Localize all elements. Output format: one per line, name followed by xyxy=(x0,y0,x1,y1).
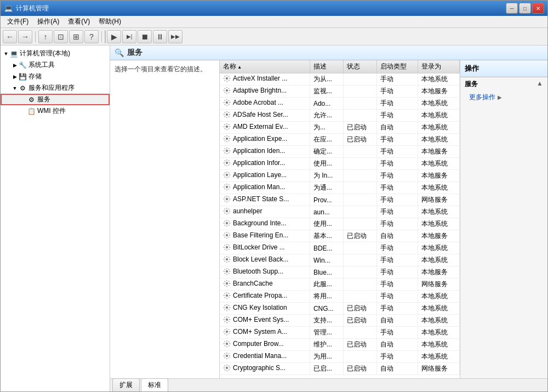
service-login: 本地系统 xyxy=(418,182,460,194)
service-status xyxy=(344,170,377,182)
menu-view[interactable]: 查看(V) xyxy=(64,16,94,27)
service-login: 本地系统 xyxy=(418,110,460,122)
service-desc: 此服... xyxy=(310,279,343,291)
table-row[interactable]: Credential Mana...为用...手动本地系统 xyxy=(220,351,460,363)
table-row[interactable]: COM+ System A...管理...手动本地系统 xyxy=(220,327,460,339)
table-row[interactable]: Application Expe...在应...已启动手动本地系统 xyxy=(220,134,460,146)
tree-label-services-apps: 服务和应用程序 xyxy=(28,83,75,93)
service-login: 网络服务 xyxy=(418,194,460,206)
col-desc[interactable]: 描述 xyxy=(310,60,343,73)
tree-item-wmi[interactable]: 📋 WMI 控件 xyxy=(1,105,110,117)
svg-point-9 xyxy=(226,186,228,188)
table-row[interactable]: ActiveX Installer ...为从...手动本地系统 xyxy=(220,73,460,86)
service-name: Block Level Back... xyxy=(220,254,310,266)
tree-item-services[interactable]: ⚙ 服务 xyxy=(1,94,110,105)
table-row[interactable]: BitLocker Drive ...BDE...手动本地系统 xyxy=(220,242,460,254)
table-row[interactable]: Application Infor...使用...手动本地系统 xyxy=(220,158,460,170)
table-row[interactable]: Cryptographic S...已启...已启动自动网络服务 xyxy=(220,363,460,375)
col-startup[interactable]: 启动类型 xyxy=(377,60,418,73)
close-button[interactable]: ✕ xyxy=(532,3,544,14)
actions-section-text: 服务 xyxy=(465,80,478,88)
table-row[interactable]: Application Man...为通...手动本地系统 xyxy=(220,182,460,194)
pause-button[interactable]: ⏸ xyxy=(153,30,167,43)
service-name: Computer Brow... xyxy=(220,339,310,351)
table-row[interactable]: Adaptive Brightn...监视...手动本地服务 xyxy=(220,86,460,98)
table-row[interactable]: Adobe Acrobat ...Ado...手动本地系统 xyxy=(220,98,460,110)
tree-item-storage[interactable]: ▶ 💾 存储 xyxy=(1,71,110,82)
service-desc: 为... xyxy=(310,122,343,134)
more-actions-item[interactable]: 更多操作 ▶ xyxy=(460,91,547,104)
table-row[interactable]: Computer Brow...维护...已启动自动本地系统 xyxy=(220,339,460,351)
services-table-container[interactable]: 名称 描述 状态 启动类型 登录为 ActiveX Installer ...为… xyxy=(220,60,460,378)
stop-button[interactable]: ⏹ xyxy=(138,30,152,43)
col-status[interactable]: 状态 xyxy=(344,60,377,73)
service-startup: 手动 xyxy=(377,242,418,254)
minimize-button[interactable]: ─ xyxy=(506,3,518,14)
service-desc: 支持... xyxy=(310,315,343,327)
service-login: 本地系统 xyxy=(418,122,460,134)
tree-arrow-system-tools: ▶ xyxy=(12,62,18,69)
service-status: 已启动 xyxy=(344,122,377,134)
table-row[interactable]: aunhelperaun...手动本地系统 xyxy=(220,206,460,218)
service-status: 已启动 xyxy=(344,230,377,242)
menu-help[interactable]: 帮助(H) xyxy=(94,16,125,27)
tree-label-system-tools: 系统工具 xyxy=(28,60,55,70)
services-header-icon: 🔍 xyxy=(115,48,124,57)
table-row[interactable]: AMD External Ev...为...已启动自动本地系统 xyxy=(220,122,460,134)
table-row[interactable]: Block Level Back...Win...手动本地系统 xyxy=(220,254,460,266)
tab-expand[interactable]: 扩展 xyxy=(112,378,140,391)
table-row[interactable]: Background Inte...使用...手动本地系统 xyxy=(220,218,460,230)
table-row[interactable]: Application Laye...为 In...手动本地服务 xyxy=(220,170,460,182)
table-row[interactable]: ASP.NET State S...Prov...手动网络服务 xyxy=(220,194,460,206)
svg-point-7 xyxy=(226,162,228,164)
service-login: 本地服务 xyxy=(418,230,460,242)
service-status xyxy=(344,327,377,339)
service-login: 本地服务 xyxy=(418,146,460,158)
maximize-button[interactable]: □ xyxy=(519,3,531,14)
toolbar-separator-2 xyxy=(101,31,102,42)
svg-point-15 xyxy=(226,258,228,260)
actions-title: 操作 xyxy=(460,60,547,77)
service-status xyxy=(344,218,377,230)
service-desc: 为通... xyxy=(310,182,343,194)
menu-file[interactable]: 文件(F) xyxy=(3,16,33,27)
tree-label-services: 服务 xyxy=(37,95,50,104)
forward-button[interactable]: → xyxy=(18,30,32,43)
services-icon: ⚙ xyxy=(27,95,36,104)
tab-standard[interactable]: 标准 xyxy=(141,378,168,391)
table-row[interactable]: Bluetooth Supp...Blue...手动本地服务 xyxy=(220,266,460,279)
service-login: 本地系统 xyxy=(418,303,460,315)
svg-point-17 xyxy=(226,282,228,285)
service-login: 本地系统 xyxy=(418,206,460,218)
table-row[interactable]: COM+ Event Sys...支持...已启动自动本地系统 xyxy=(220,315,460,327)
service-startup: 手动 xyxy=(377,303,418,315)
export-button[interactable]: ⊞ xyxy=(69,30,83,43)
step-button[interactable]: ▶| xyxy=(122,30,136,43)
help-button[interactable]: ? xyxy=(84,30,99,43)
table-row[interactable]: BranchCache此服...手动网络服务 xyxy=(220,279,460,291)
service-startup: 手动 xyxy=(377,351,418,363)
tree-item-system-tools[interactable]: ▶ 🔧 系统工具 xyxy=(1,59,110,71)
table-row[interactable]: Application Iden...确定...手动本地服务 xyxy=(220,146,460,158)
table-row[interactable]: Certificate Propa...将用...手动本地系统 xyxy=(220,291,460,303)
main-content: ▼ 💻 计算机管理(本地) ▶ 🔧 系统工具 ▶ 💾 存储 ▼ ⚙ 服务和应用程… xyxy=(1,46,547,391)
menu-action[interactable]: 操作(A) xyxy=(33,16,64,27)
table-row[interactable]: CNG Key IsolationCNG...已启动手动本地系统 xyxy=(220,303,460,315)
tree-item-root[interactable]: ▼ 💻 计算机管理(本地) xyxy=(1,48,110,59)
service-login: 网络服务 xyxy=(418,279,460,291)
table-row[interactable]: ADSafe Host Ser...允许...手动本地系统 xyxy=(220,110,460,122)
service-status xyxy=(344,146,377,158)
up-button[interactable]: ↑ xyxy=(38,30,53,43)
col-name[interactable]: 名称 xyxy=(220,60,310,73)
svg-point-2 xyxy=(226,101,228,104)
table-row[interactable]: Base Filtering En...基本...已启动自动本地服务 xyxy=(220,230,460,242)
show-hide-button[interactable]: ⊡ xyxy=(54,30,68,43)
play-button[interactable]: ▶ xyxy=(107,30,121,43)
service-name: Cryptographic S... xyxy=(220,363,310,375)
tree-item-services-apps[interactable]: ▼ ⚙ 服务和应用程序 xyxy=(1,82,110,94)
fast-forward-button[interactable]: ▶▶ xyxy=(168,30,182,43)
window-icon: 💻 xyxy=(4,4,13,13)
col-login[interactable]: 登录为 xyxy=(418,60,460,73)
back-button[interactable]: ← xyxy=(3,30,17,43)
service-name: aunhelper xyxy=(220,206,310,218)
